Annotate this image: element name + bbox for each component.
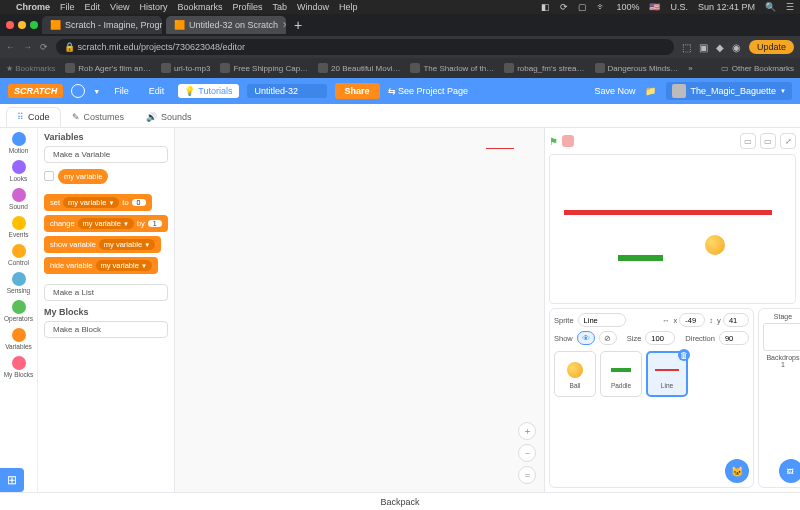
- menu-item[interactable]: Edit: [85, 2, 101, 12]
- forward-button[interactable]: →: [23, 42, 32, 52]
- variable-reporter-block[interactable]: my variable: [58, 169, 108, 184]
- category-looks[interactable]: Looks: [0, 160, 37, 182]
- zoom-icon[interactable]: [30, 21, 38, 29]
- show-hidden-button[interactable]: ⊘: [599, 331, 617, 345]
- sprite-thumbnail-paddle[interactable]: Paddle: [600, 351, 642, 397]
- edit-menu[interactable]: Edit: [143, 84, 171, 98]
- menu-item[interactable]: Window: [297, 2, 329, 12]
- category-sensing[interactable]: Sensing: [0, 272, 37, 294]
- change-variable-block[interactable]: change my variable▼ by 1: [44, 215, 168, 232]
- extension-icon[interactable]: ◉: [732, 42, 741, 53]
- sprite-direction-input[interactable]: [719, 331, 749, 345]
- menu-item[interactable]: View: [110, 2, 129, 12]
- green-flag-button[interactable]: ⚑: [549, 136, 558, 147]
- backpack-bar[interactable]: Backpack: [0, 492, 800, 510]
- fullscreen-button[interactable]: ⤢: [780, 133, 796, 149]
- category-sound[interactable]: Sound: [0, 188, 37, 210]
- close-icon[interactable]: ✕: [282, 20, 286, 30]
- file-menu[interactable]: File: [108, 84, 135, 98]
- minimize-icon[interactable]: [18, 21, 26, 29]
- sprite-paddle[interactable]: [618, 255, 663, 261]
- user-menu[interactable]: The_Magic_Baguette ▼: [666, 82, 792, 100]
- browser-tab[interactable]: 🟧 Scratch - Imagine, Program, S ✕: [42, 16, 162, 34]
- zoom-in-button[interactable]: ＋: [518, 422, 536, 440]
- shapes-icon[interactable]: ◧: [541, 2, 550, 12]
- app-menu[interactable]: Chrome: [16, 2, 50, 12]
- back-button[interactable]: ←: [6, 42, 15, 52]
- chevron-down-icon[interactable]: ▼: [93, 88, 100, 95]
- show-variable-block[interactable]: show variable my variable▼: [44, 236, 161, 253]
- bookmark-item[interactable]: The Shadow of th…: [410, 63, 494, 73]
- delete-sprite-button[interactable]: 🗑: [678, 349, 690, 361]
- refresh-icon[interactable]: ⟳: [560, 2, 568, 12]
- large-stage-button[interactable]: ▭: [760, 133, 776, 149]
- battery-status[interactable]: 100%: [616, 2, 639, 12]
- show-visible-button[interactable]: 👁: [577, 331, 595, 345]
- sprite-thumbnail-line[interactable]: 🗑 Line: [646, 351, 688, 397]
- reload-button[interactable]: ⟳: [40, 42, 48, 52]
- category-motion[interactable]: Motion: [0, 132, 37, 154]
- variable-monitor-checkbox[interactable]: [44, 171, 54, 181]
- save-now-button[interactable]: Save Now: [594, 86, 635, 96]
- new-tab-button[interactable]: +: [290, 17, 306, 33]
- add-backdrop-button[interactable]: 🖼: [779, 459, 800, 483]
- code-canvas[interactable]: ＋ － ＝: [175, 128, 545, 492]
- sprite-line[interactable]: [564, 210, 772, 215]
- extension-icon[interactable]: ⬚: [682, 42, 691, 53]
- category-myblocks[interactable]: My Blocks: [0, 356, 37, 378]
- sprite-thumbnail-ball[interactable]: Ball: [554, 351, 596, 397]
- bookmark-item[interactable]: url-to-mp3: [161, 63, 210, 73]
- stage-thumbnail[interactable]: [763, 323, 800, 351]
- menu-item[interactable]: History: [139, 2, 167, 12]
- zoom-out-button[interactable]: －: [518, 444, 536, 462]
- make-variable-button[interactable]: Make a Variable: [44, 146, 168, 163]
- category-variables[interactable]: Variables: [0, 328, 37, 350]
- sprite-y-input[interactable]: [723, 313, 749, 327]
- wifi-icon[interactable]: ᯤ: [597, 2, 606, 12]
- search-icon[interactable]: 🔍: [765, 2, 776, 12]
- menu-item[interactable]: Help: [339, 2, 358, 12]
- bookmark-item[interactable]: 20 Beautiful Movi…: [318, 63, 400, 73]
- input-flag[interactable]: 🇺🇸: [649, 2, 660, 12]
- url-input[interactable]: 🔒 scratch.mit.edu/projects/730623048/edi…: [56, 39, 674, 55]
- tab-sounds[interactable]: 🔊Sounds: [135, 107, 203, 127]
- extension-icon[interactable]: ◆: [716, 42, 724, 53]
- add-extension-button[interactable]: ⊞: [0, 468, 24, 492]
- menu-item[interactable]: File: [60, 2, 75, 12]
- scratch-logo[interactable]: SCRATCH: [8, 84, 63, 98]
- make-list-button[interactable]: Make a List: [44, 284, 168, 301]
- menu-item[interactable]: Tab: [272, 2, 287, 12]
- tab-costumes[interactable]: ✎Costumes: [61, 107, 136, 127]
- folder-icon[interactable]: 📁: [645, 86, 656, 96]
- hide-variable-block[interactable]: hide variable my variable▼: [44, 257, 158, 274]
- small-stage-button[interactable]: ▭: [740, 133, 756, 149]
- sprite-ball[interactable]: [705, 235, 725, 255]
- tutorials-button[interactable]: 💡Tutorials: [178, 84, 238, 98]
- bookmark-item[interactable]: Free Shipping Cap…: [220, 63, 308, 73]
- menu-item[interactable]: Profiles: [232, 2, 262, 12]
- set-variable-block[interactable]: set my variable▼ to 0: [44, 194, 152, 211]
- globe-icon[interactable]: [71, 84, 85, 98]
- sprite-x-input[interactable]: [679, 313, 705, 327]
- bookmarks-overflow-button[interactable]: »: [688, 64, 692, 73]
- browser-tab[interactable]: 🟧 Untitled-32 on Scratch ✕: [166, 16, 286, 34]
- category-events[interactable]: Events: [0, 216, 37, 238]
- tab-code[interactable]: ⠿Code: [6, 107, 61, 127]
- extension-icon[interactable]: ▣: [699, 42, 708, 53]
- stage[interactable]: [549, 154, 796, 304]
- input-locale[interactable]: U.S.: [670, 2, 688, 12]
- menu-icon[interactable]: ☰: [786, 2, 794, 12]
- menu-item[interactable]: Bookmarks: [177, 2, 222, 12]
- category-operators[interactable]: Operators: [0, 300, 37, 322]
- stop-button[interactable]: [562, 135, 574, 147]
- category-control[interactable]: Control: [0, 244, 37, 266]
- zoom-reset-button[interactable]: ＝: [518, 466, 536, 484]
- project-title-input[interactable]: Untitled-32: [247, 84, 327, 98]
- share-button[interactable]: Share: [335, 83, 380, 99]
- close-icon[interactable]: [6, 21, 14, 29]
- bookmark-item[interactable]: Rob Ager's film an…: [65, 63, 151, 73]
- update-button[interactable]: Update: [749, 40, 794, 54]
- sprite-name-input[interactable]: [578, 313, 626, 327]
- bookmark-item[interactable]: Dangerous Minds…: [595, 63, 679, 73]
- make-block-button[interactable]: Make a Block: [44, 321, 168, 338]
